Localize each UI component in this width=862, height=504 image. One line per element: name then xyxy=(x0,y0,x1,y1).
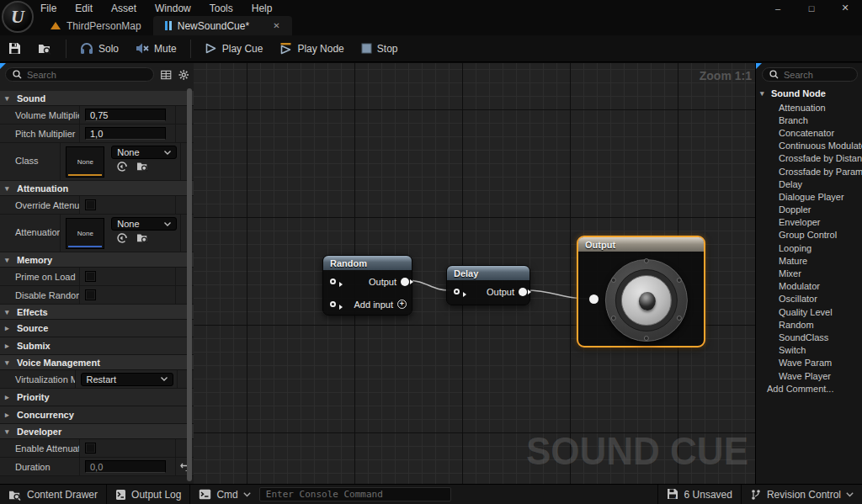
revision-control-button[interactable]: Revision Control xyxy=(742,485,862,504)
solo-button[interactable]: Solo xyxy=(72,35,127,62)
palette-search[interactable] xyxy=(762,67,858,82)
section-sound[interactable]: ▾ Sound xyxy=(0,91,194,106)
output-log-button[interactable]: Output Log xyxy=(107,485,189,504)
chevron-down-icon xyxy=(164,151,171,155)
input-pin[interactable] xyxy=(454,289,460,294)
cmd-dropdown[interactable]: Cmd xyxy=(190,485,258,504)
section-memory[interactable]: ▾ Memory xyxy=(0,252,194,268)
section-developer[interactable]: ▾ Developer xyxy=(0,424,194,439)
section-voice-management[interactable]: ▾ Voice Management xyxy=(0,355,194,370)
section-effects[interactable]: ▾ Effects xyxy=(0,305,194,320)
stop-button[interactable]: Stop xyxy=(353,35,407,62)
pitch-multiplier-input[interactable] xyxy=(85,127,166,140)
node-delay-header[interactable]: Delay xyxy=(447,266,529,280)
palette-item-random[interactable]: Random xyxy=(756,318,862,331)
class-dropdown[interactable]: None xyxy=(111,146,177,159)
prime-on-load-checkbox[interactable] xyxy=(85,271,96,282)
palette-item-oscillator[interactable]: Oscillator xyxy=(756,293,862,305)
palette-item-dialogue-player[interactable]: Dialogue Player xyxy=(756,190,862,203)
section-attenuation[interactable]: ▾ Attenuation xyxy=(0,181,194,196)
palette-search-input[interactable] xyxy=(784,70,850,80)
palette-item-concatenator[interactable]: Concatenator xyxy=(756,126,862,139)
palette-item-branch[interactable]: Branch xyxy=(756,114,862,126)
section-source[interactable]: ▸ Source xyxy=(0,320,194,337)
output-pin[interactable] xyxy=(519,288,527,296)
play-node-button[interactable]: Play Node xyxy=(271,35,352,62)
add-input-icon[interactable]: + xyxy=(397,300,407,309)
node-delay[interactable]: Delay Output xyxy=(446,265,530,305)
disable-randomization-checkbox[interactable] xyxy=(85,289,96,300)
class-asset-thumbnail[interactable]: None xyxy=(66,146,104,178)
tab-thirdpersonmap[interactable]: ThirdPersonMap xyxy=(39,16,153,35)
section-concurrency[interactable]: ▸ Concurrency xyxy=(0,406,194,424)
palette-item-continuous-modulator[interactable]: Continuous Modulator xyxy=(756,140,862,152)
attenuation-dropdown[interactable]: None xyxy=(111,217,177,231)
tab-close-icon[interactable]: ✕ xyxy=(261,21,279,30)
save-button[interactable] xyxy=(0,35,29,62)
menu-asset[interactable]: Asset xyxy=(111,3,136,14)
play-cue-button[interactable]: Play Cue xyxy=(196,35,272,62)
content-drawer-button[interactable]: Content Drawer xyxy=(0,485,106,504)
input-pin[interactable] xyxy=(330,301,336,307)
input-pin[interactable] xyxy=(330,279,336,284)
palette-category-sound-node[interactable]: ▾ Sound Node xyxy=(756,85,862,101)
palette-item-modulator[interactable]: Modulator xyxy=(756,280,862,293)
property-row-volume-multiplier: Volume Multiplier xyxy=(0,106,194,125)
palette-item-group-control[interactable]: Group Control xyxy=(756,229,862,241)
gear-icon[interactable] xyxy=(178,69,189,81)
console-command-input[interactable] xyxy=(259,487,451,501)
node-output-header[interactable]: Output xyxy=(578,237,704,252)
palette-item-crossfade-by-distance[interactable]: Crossfade by Distance xyxy=(756,152,862,165)
palette-item-soundclass[interactable]: SoundClass xyxy=(756,331,862,343)
node-random-header[interactable]: Random xyxy=(323,256,412,270)
palette-item-crossfade-by-param[interactable]: Crossfade by Param xyxy=(756,165,862,178)
tab-newsoundcue[interactable]: NewSoundCue* ✕ xyxy=(153,16,292,35)
palette-item-mature[interactable]: Mature xyxy=(756,254,862,267)
menu-tools[interactable]: Tools xyxy=(210,3,233,14)
node-random[interactable]: Random Output Add input + xyxy=(322,255,412,316)
virtualization-mode-dropdown[interactable]: Restart xyxy=(81,373,173,386)
use-selected-icon[interactable] xyxy=(116,232,128,244)
grid-view-icon[interactable] xyxy=(161,70,172,80)
menu-window[interactable]: Window xyxy=(155,3,191,14)
palette-item-looping[interactable]: Looping xyxy=(756,241,862,254)
level-tab-icon xyxy=(51,22,61,29)
close-icon[interactable]: ✕ xyxy=(828,0,862,16)
enable-attenuation-checkbox[interactable] xyxy=(85,443,96,454)
palette-item-delay[interactable]: Delay xyxy=(756,178,862,190)
input-pin[interactable] xyxy=(589,294,599,304)
browse-to-asset-icon[interactable] xyxy=(136,232,149,243)
attenuation-asset-thumbnail[interactable]: None xyxy=(66,218,104,249)
section-priority[interactable]: ▸ Priority xyxy=(0,389,194,406)
override-attenuation-checkbox[interactable] xyxy=(85,199,96,210)
soundcue-graph-canvas[interactable]: Zoom 1:1 SOUND CUE Random Output Add inp… xyxy=(194,63,755,484)
details-scrollbar[interactable] xyxy=(187,88,192,481)
browse-to-asset-icon[interactable] xyxy=(136,161,149,172)
menu-edit[interactable]: Edit xyxy=(75,3,93,14)
duration-input[interactable] xyxy=(85,460,166,473)
unsaved-assets-button[interactable]: * 6 Unsaved xyxy=(658,485,741,504)
browse-asset-button[interactable] xyxy=(29,35,61,62)
output-pin[interactable] xyxy=(401,278,409,286)
details-search[interactable] xyxy=(5,67,154,82)
palette-item-wave-player[interactable]: Wave Player xyxy=(756,369,862,382)
menu-file[interactable]: File xyxy=(40,3,56,14)
palette-item-attenuation[interactable]: Attenuation xyxy=(756,101,862,114)
section-submix[interactable]: ▸ Submix xyxy=(0,337,194,355)
mute-button[interactable]: Mute xyxy=(127,35,185,62)
palette-item-mixer[interactable]: Mixer xyxy=(756,267,862,279)
maximize-icon[interactable]: □ xyxy=(795,0,828,16)
stop-label: Stop xyxy=(377,43,398,55)
volume-multiplier-input[interactable] xyxy=(85,109,166,121)
node-output[interactable]: Output xyxy=(577,236,705,347)
palette-item-doppler[interactable]: Doppler xyxy=(756,204,862,216)
palette-item-add-comment[interactable]: Add Comment... xyxy=(756,382,862,395)
details-search-input[interactable] xyxy=(27,70,146,80)
palette-item-enveloper[interactable]: Enveloper xyxy=(756,216,862,229)
palette-item-switch[interactable]: Switch xyxy=(756,344,862,357)
palette-item-wave-param[interactable]: Wave Param xyxy=(756,357,862,369)
palette-item-quality-level[interactable]: Quality Level xyxy=(756,305,862,318)
use-selected-icon[interactable] xyxy=(116,161,128,172)
minimize-icon[interactable]: – xyxy=(761,0,795,16)
menu-help[interactable]: Help xyxy=(252,3,273,14)
